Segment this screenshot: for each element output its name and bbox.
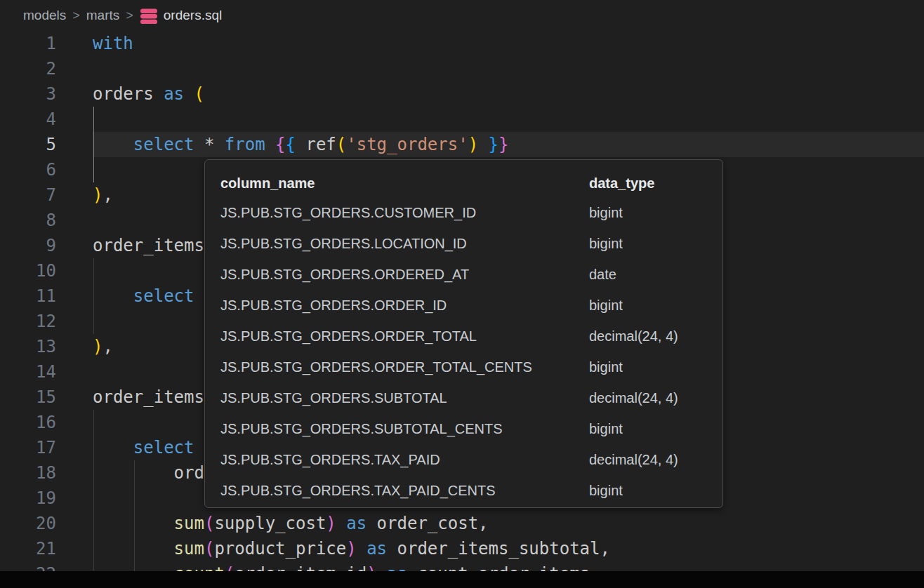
token-pl: ord [93,463,204,483]
table-row: JS.PUB.STG_ORDERS.CUSTOMER_IDbigint [205,197,722,228]
table-row: JS.PUB.STG_ORDERS.TAX_PAIDdecimal(24, 4) [205,444,722,475]
chevron-separator: > [66,8,86,23]
line-number[interactable]: 15 [0,385,56,410]
breadcrumb-item-marts[interactable]: marts [86,8,120,23]
data-type-cell: bigint [589,290,623,321]
code-line[interactable]: 3orders as ( [0,81,924,107]
token-pl [336,514,346,533]
token-pl: order_items [93,387,204,407]
line-number[interactable]: 5 [0,132,56,157]
token-pl [93,135,133,154]
token-fn: sum [174,539,204,559]
code-line[interactable]: 1with [0,31,924,56]
token-kw: select [133,286,194,306]
line-number[interactable]: 3 [0,81,56,107]
code-line[interactable]: 4 [0,107,924,132]
token-kw: select [133,438,194,457]
indent-guide [93,486,94,511]
token-pl: ref [296,135,336,154]
line-number[interactable]: 7 [0,182,56,208]
line-number[interactable]: 19 [0,486,56,511]
line-number[interactable]: 21 [0,536,56,561]
table-row: JS.PUB.STG_ORDERS.LOCATION_IDbigint [205,228,722,259]
line-number[interactable]: 10 [0,258,56,283]
line-number[interactable]: 2 [0,56,56,81]
token-fn: sum [174,514,204,533]
token-pl [93,438,133,457]
line-number[interactable]: 12 [0,309,56,334]
token-pl: order_items_subtotal, [387,539,610,559]
token-pl [93,286,133,306]
hover-popup: column_name data_type JS.PUB.STG_ORDERS.… [204,159,723,508]
token-pl: orders [93,84,164,104]
line-number[interactable]: 6 [0,157,56,182]
token-kw: with [93,34,133,53]
column-name-cell: JS.PUB.STG_ORDERS.ORDER_TOTAL_CENTS [220,352,532,382]
table-row: JS.PUB.STG_ORDERS.ORDERED_ATdate [205,259,722,290]
line-number[interactable]: 9 [0,233,56,258]
code-text: ), [93,334,113,359]
token-b2: ( [204,514,214,533]
table-row: JS.PUB.STG_ORDERS.SUBTOTAL_CENTSbigint [205,413,722,444]
code-text: orders as ( [93,81,204,107]
data-type-cell: decimal(24, 4) [589,321,678,352]
token-pl: , [103,337,112,356]
token-pl [184,84,194,104]
token-b1: ) [93,337,103,356]
breadcrumb-item-models[interactable]: models [23,8,66,23]
code-text: ), [93,182,113,208]
token-pl: * [194,135,225,154]
line-number[interactable]: 20 [0,511,56,536]
token-pl: supply_cost [214,514,326,533]
data-type-cell: bigint [589,352,623,382]
code-text: select [93,435,194,460]
column-name-cell: JS.PUB.STG_ORDERS.ORDERED_AT [220,259,469,290]
line-number[interactable]: 13 [0,334,56,359]
column-name-cell: JS.PUB.STG_ORDERS.ORDER_TOTAL [220,321,477,352]
token-pl: order_cost, [367,514,488,533]
code-text: select [93,283,194,309]
chevron-separator: > [119,8,140,23]
database-icon [140,6,158,25]
breadcrumb-item-file[interactable]: orders.sql [140,6,222,25]
token-kw: from [225,135,265,154]
data-type-cell: bigint [589,228,623,259]
line-number[interactable]: 4 [0,107,56,132]
token-pl [93,539,174,559]
token-b2: { [275,135,285,154]
token-pl: product_price [214,539,346,559]
token-b2: ) [326,514,336,533]
indent-guide [93,107,94,132]
token-pl [478,135,488,154]
line-number[interactable]: 1 [0,31,56,56]
line-number[interactable]: 14 [0,359,56,385]
data-type-cell: bigint [589,475,623,506]
code-line[interactable]: 20 sum(supply_cost) as order_cost, [0,511,924,536]
column-name-cell: JS.PUB.STG_ORDERS.LOCATION_ID [220,228,467,259]
breadcrumb: models>marts>orders.sql [0,0,924,31]
token-kw: select [133,135,194,154]
code-line[interactable]: 2 [0,56,924,81]
line-number[interactable]: 8 [0,208,56,233]
line-number[interactable]: 18 [0,460,56,486]
token-kw: as [367,539,387,559]
indent-guide [93,309,94,334]
data-type-cell: bigint [589,413,623,444]
code-line[interactable]: 21 sum(product_price) as order_items_sub… [0,536,924,561]
column-name-cell: JS.PUB.STG_ORDERS.SUBTOTAL_CENTS [220,413,503,444]
indent-guide [93,157,94,182]
token-kw: as [164,84,184,104]
window-bottom-edge [0,571,924,588]
line-number[interactable]: 17 [0,435,56,460]
data-type-cell: date [589,259,616,290]
token-pl [265,135,275,154]
indent-guide [134,486,135,511]
token-pl [93,514,174,533]
code-line[interactable]: 5 select * from {{ ref('stg_orders') }} [0,132,924,157]
line-number[interactable]: 11 [0,283,56,309]
code-text: select * from {{ ref('stg_orders') }} [93,132,508,157]
code-text: sum(product_price) as order_items_subtot… [93,536,610,561]
table-row: JS.PUB.STG_ORDERS.ORDER_IDbigint [205,290,722,321]
column-name-header: column_name [220,169,315,197]
line-number[interactable]: 16 [0,410,56,435]
